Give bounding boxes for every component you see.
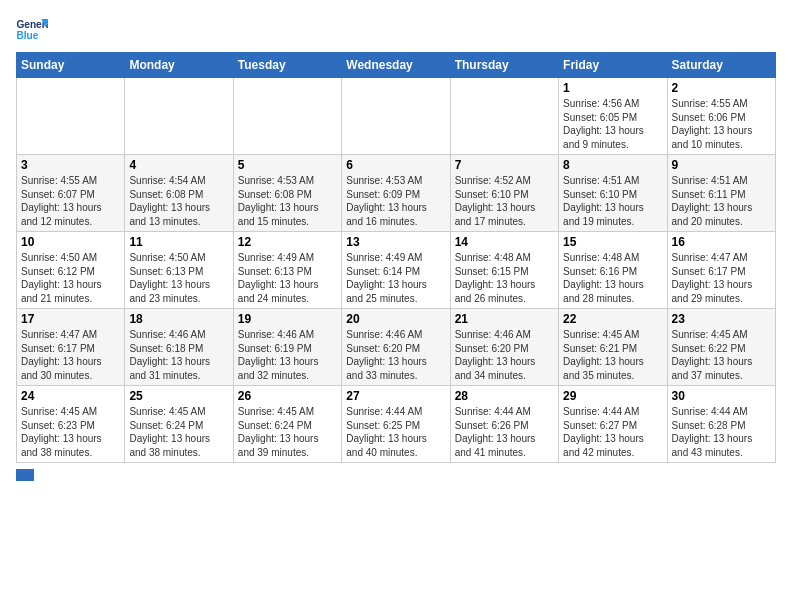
day-info: Sunrise: 4:44 AM Sunset: 6:28 PM Dayligh… [672,405,771,459]
day-number: 3 [21,158,120,172]
calendar-cell: 9Sunrise: 4:51 AM Sunset: 6:11 PM Daylig… [667,155,775,232]
day-info: Sunrise: 4:53 AM Sunset: 6:08 PM Dayligh… [238,174,337,228]
calendar-cell: 21Sunrise: 4:46 AM Sunset: 6:20 PM Dayli… [450,309,558,386]
day-info: Sunrise: 4:50 AM Sunset: 6:12 PM Dayligh… [21,251,120,305]
day-number: 5 [238,158,337,172]
day-number: 21 [455,312,554,326]
day-number: 19 [238,312,337,326]
calendar-cell [125,78,233,155]
day-info: Sunrise: 4:50 AM Sunset: 6:13 PM Dayligh… [129,251,228,305]
calendar-cell: 7Sunrise: 4:52 AM Sunset: 6:10 PM Daylig… [450,155,558,232]
day-info: Sunrise: 4:48 AM Sunset: 6:16 PM Dayligh… [563,251,662,305]
day-number: 22 [563,312,662,326]
calendar-cell: 23Sunrise: 4:45 AM Sunset: 6:22 PM Dayli… [667,309,775,386]
day-info: Sunrise: 4:51 AM Sunset: 6:10 PM Dayligh… [563,174,662,228]
calendar-week-row: 10Sunrise: 4:50 AM Sunset: 6:12 PM Dayli… [17,232,776,309]
calendar-cell: 2Sunrise: 4:55 AM Sunset: 6:06 PM Daylig… [667,78,775,155]
day-info: Sunrise: 4:53 AM Sunset: 6:09 PM Dayligh… [346,174,445,228]
day-number: 15 [563,235,662,249]
day-number: 2 [672,81,771,95]
day-number: 30 [672,389,771,403]
day-info: Sunrise: 4:55 AM Sunset: 6:07 PM Dayligh… [21,174,120,228]
day-number: 17 [21,312,120,326]
calendar-cell: 25Sunrise: 4:45 AM Sunset: 6:24 PM Dayli… [125,386,233,463]
calendar-cell: 30Sunrise: 4:44 AM Sunset: 6:28 PM Dayli… [667,386,775,463]
day-info: Sunrise: 4:56 AM Sunset: 6:05 PM Dayligh… [563,97,662,151]
calendar-cell: 20Sunrise: 4:46 AM Sunset: 6:20 PM Dayli… [342,309,450,386]
calendar-header-saturday: Saturday [667,53,775,78]
calendar-cell: 18Sunrise: 4:46 AM Sunset: 6:18 PM Dayli… [125,309,233,386]
day-info: Sunrise: 4:52 AM Sunset: 6:10 PM Dayligh… [455,174,554,228]
calendar-cell [233,78,341,155]
day-info: Sunrise: 4:51 AM Sunset: 6:11 PM Dayligh… [672,174,771,228]
day-number: 9 [672,158,771,172]
calendar-cell: 15Sunrise: 4:48 AM Sunset: 6:16 PM Dayli… [559,232,667,309]
legend-color-box [16,469,34,481]
calendar-cell [342,78,450,155]
day-number: 16 [672,235,771,249]
day-info: Sunrise: 4:46 AM Sunset: 6:18 PM Dayligh… [129,328,228,382]
day-info: Sunrise: 4:44 AM Sunset: 6:26 PM Dayligh… [455,405,554,459]
logo-icon: General Blue [16,16,48,44]
day-info: Sunrise: 4:44 AM Sunset: 6:25 PM Dayligh… [346,405,445,459]
day-info: Sunrise: 4:54 AM Sunset: 6:08 PM Dayligh… [129,174,228,228]
day-info: Sunrise: 4:49 AM Sunset: 6:13 PM Dayligh… [238,251,337,305]
calendar-cell: 27Sunrise: 4:44 AM Sunset: 6:25 PM Dayli… [342,386,450,463]
day-number: 8 [563,158,662,172]
day-info: Sunrise: 4:46 AM Sunset: 6:20 PM Dayligh… [346,328,445,382]
svg-text:Blue: Blue [16,30,38,41]
calendar-cell: 26Sunrise: 4:45 AM Sunset: 6:24 PM Dayli… [233,386,341,463]
calendar-cell: 29Sunrise: 4:44 AM Sunset: 6:27 PM Dayli… [559,386,667,463]
day-number: 20 [346,312,445,326]
day-info: Sunrise: 4:46 AM Sunset: 6:19 PM Dayligh… [238,328,337,382]
day-number: 23 [672,312,771,326]
day-number: 1 [563,81,662,95]
day-info: Sunrise: 4:47 AM Sunset: 6:17 PM Dayligh… [21,328,120,382]
day-info: Sunrise: 4:45 AM Sunset: 6:24 PM Dayligh… [129,405,228,459]
day-number: 10 [21,235,120,249]
day-number: 27 [346,389,445,403]
day-number: 11 [129,235,228,249]
calendar-cell: 14Sunrise: 4:48 AM Sunset: 6:15 PM Dayli… [450,232,558,309]
calendar-header-monday: Monday [125,53,233,78]
calendar-week-row: 17Sunrise: 4:47 AM Sunset: 6:17 PM Dayli… [17,309,776,386]
day-number: 25 [129,389,228,403]
calendar: SundayMondayTuesdayWednesdayThursdayFrid… [16,52,776,463]
calendar-week-row: 3Sunrise: 4:55 AM Sunset: 6:07 PM Daylig… [17,155,776,232]
day-number: 6 [346,158,445,172]
day-number: 18 [129,312,228,326]
day-info: Sunrise: 4:45 AM Sunset: 6:23 PM Dayligh… [21,405,120,459]
day-info: Sunrise: 4:46 AM Sunset: 6:20 PM Dayligh… [455,328,554,382]
calendar-header-tuesday: Tuesday [233,53,341,78]
calendar-cell [450,78,558,155]
calendar-header-sunday: Sunday [17,53,125,78]
calendar-cell: 24Sunrise: 4:45 AM Sunset: 6:23 PM Dayli… [17,386,125,463]
calendar-header-friday: Friday [559,53,667,78]
calendar-cell: 6Sunrise: 4:53 AM Sunset: 6:09 PM Daylig… [342,155,450,232]
calendar-cell: 8Sunrise: 4:51 AM Sunset: 6:10 PM Daylig… [559,155,667,232]
calendar-cell: 13Sunrise: 4:49 AM Sunset: 6:14 PM Dayli… [342,232,450,309]
calendar-week-row: 24Sunrise: 4:45 AM Sunset: 6:23 PM Dayli… [17,386,776,463]
calendar-cell [17,78,125,155]
day-number: 28 [455,389,554,403]
day-info: Sunrise: 4:44 AM Sunset: 6:27 PM Dayligh… [563,405,662,459]
day-number: 29 [563,389,662,403]
day-info: Sunrise: 4:55 AM Sunset: 6:06 PM Dayligh… [672,97,771,151]
calendar-cell: 4Sunrise: 4:54 AM Sunset: 6:08 PM Daylig… [125,155,233,232]
page-header: General Blue [16,16,776,44]
calendar-week-row: 1Sunrise: 4:56 AM Sunset: 6:05 PM Daylig… [17,78,776,155]
calendar-cell: 12Sunrise: 4:49 AM Sunset: 6:13 PM Dayli… [233,232,341,309]
day-number: 14 [455,235,554,249]
logo: General Blue [16,16,52,44]
calendar-header-thursday: Thursday [450,53,558,78]
calendar-header-row: SundayMondayTuesdayWednesdayThursdayFrid… [17,53,776,78]
calendar-cell: 3Sunrise: 4:55 AM Sunset: 6:07 PM Daylig… [17,155,125,232]
day-info: Sunrise: 4:49 AM Sunset: 6:14 PM Dayligh… [346,251,445,305]
day-info: Sunrise: 4:45 AM Sunset: 6:22 PM Dayligh… [672,328,771,382]
calendar-cell: 5Sunrise: 4:53 AM Sunset: 6:08 PM Daylig… [233,155,341,232]
calendar-cell: 17Sunrise: 4:47 AM Sunset: 6:17 PM Dayli… [17,309,125,386]
day-info: Sunrise: 4:45 AM Sunset: 6:24 PM Dayligh… [238,405,337,459]
calendar-header-wednesday: Wednesday [342,53,450,78]
calendar-cell: 11Sunrise: 4:50 AM Sunset: 6:13 PM Dayli… [125,232,233,309]
calendar-cell: 19Sunrise: 4:46 AM Sunset: 6:19 PM Dayli… [233,309,341,386]
